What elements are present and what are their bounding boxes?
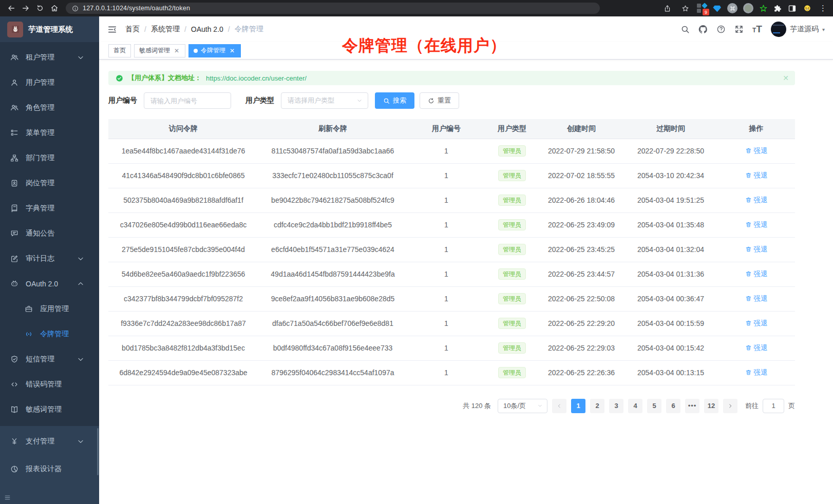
- sidebar-item-dept-management[interactable]: 部门管理: [0, 145, 99, 170]
- trash-icon: [745, 320, 752, 326]
- caret-down-icon: ▾: [822, 27, 825, 32]
- header-search-icon[interactable]: [680, 25, 690, 34]
- reset-button[interactable]: 重置: [420, 92, 459, 109]
- sidebar-item-tenant-management[interactable]: 租户管理: [0, 45, 99, 70]
- app-logo[interactable]: 芋道管理系统: [0, 16, 99, 42]
- tab-token[interactable]: 令牌管理✕: [188, 44, 241, 57]
- page-button-6[interactable]: 6: [666, 399, 680, 413]
- command-extension-icon[interactable]: [727, 3, 737, 13]
- sidebar-item-role-management[interactable]: 角色管理: [0, 95, 99, 120]
- user-id-input[interactable]: [144, 92, 231, 109]
- browser-reload-icon[interactable]: [34, 2, 46, 14]
- cell-created-time: 2022-06-25 22:29:20: [539, 311, 624, 336]
- next-page-button[interactable]: [723, 399, 737, 413]
- sidebar-collapse-icon[interactable]: [4, 494, 11, 501]
- sidebar-item-user-management[interactable]: 用户管理: [0, 70, 99, 95]
- breadcrumb-item-1[interactable]: 首页: [125, 25, 140, 34]
- browser-menu-icon[interactable]: ⋮: [818, 4, 828, 13]
- url-bar[interactable]: 127.0.0.1:1024/system/oauth2/token: [66, 3, 600, 14]
- browser-chrome: 127.0.0.1:1024/system/oauth2/token 9 ⋮: [0, 0, 833, 16]
- search-button[interactable]: 搜索: [375, 92, 414, 109]
- page-size-value: 10条/页: [503, 401, 526, 411]
- gem-extension-icon[interactable]: [713, 4, 722, 13]
- force-logout-button[interactable]: 强退: [745, 245, 768, 254]
- breadcrumb-item-2[interactable]: 系统管理: [151, 25, 180, 34]
- force-logout-button[interactable]: 强退: [745, 294, 768, 303]
- goto-page-input[interactable]: [763, 399, 784, 413]
- sidebar-item-payment-management[interactable]: 支付管理: [0, 428, 99, 455]
- sidebar-item-audit-log[interactable]: 审计日志: [0, 246, 99, 271]
- browser-home-icon[interactable]: [48, 2, 61, 14]
- sidebar-item-app-management[interactable]: 应用管理: [0, 296, 99, 321]
- token-table: 访问令牌刷新令牌用户编号用户类型创建时间过期时间操作 1ea5e44f8bc14…: [108, 119, 795, 385]
- sidebar-item-label: 支付管理: [26, 437, 77, 446]
- force-logout-button[interactable]: 强退: [745, 196, 768, 205]
- bookmark-star-icon[interactable]: [679, 2, 691, 14]
- sidebar-item-dict-management[interactable]: 字典管理: [0, 196, 99, 221]
- pagination-total: 共 120 条: [463, 401, 491, 411]
- page-size-select[interactable]: 10条/页: [498, 399, 547, 413]
- alert-doc-link[interactable]: https://doc.iocoder.cn/user-center/: [206, 74, 307, 82]
- cell-access-token: c342377bf8b344799dcbf7bf095287f2: [108, 286, 258, 311]
- sidebar-item-sensitive-word-management[interactable]: 敏感词管理: [0, 397, 99, 422]
- force-logout-button[interactable]: 强退: [745, 343, 768, 353]
- page-button-3[interactable]: 3: [609, 399, 623, 413]
- tab-label: 敏感词管理: [139, 46, 170, 55]
- alert-close-icon[interactable]: ✕: [783, 74, 789, 82]
- star-extension-icon[interactable]: [759, 4, 768, 13]
- font-size-icon[interactable]: TT: [752, 25, 762, 33]
- page-button-1[interactable]: 1: [571, 399, 585, 413]
- id-badge-icon: [10, 179, 18, 187]
- tab-close-icon[interactable]: ✕: [229, 47, 236, 54]
- force-logout-button[interactable]: 强退: [745, 368, 768, 377]
- force-logout-button[interactable]: 强退: [745, 220, 768, 229]
- page-button-4[interactable]: 4: [628, 399, 642, 413]
- prev-page-button[interactable]: [552, 399, 566, 413]
- sidebar-item-label: 报表设计器: [26, 464, 92, 474]
- cell-created-time: 2022-06-25 22:50:08: [539, 286, 624, 311]
- user-type-select[interactable]: 请选择用户类型: [281, 92, 368, 109]
- filter-form: 用户编号 用户类型 请选择用户类型 搜索: [108, 92, 795, 109]
- page-ellipsis[interactable]: •••: [685, 399, 699, 413]
- side-panel-icon[interactable]: [788, 4, 797, 13]
- page-button-12[interactable]: 12: [704, 399, 718, 413]
- force-logout-button[interactable]: 强退: [745, 171, 768, 180]
- recorder-extension-icon[interactable]: [743, 3, 753, 13]
- breadcrumb-item-3[interactable]: OAuth 2.0: [191, 25, 223, 33]
- sidebar-scrollbar[interactable]: [97, 428, 99, 475]
- force-logout-label: 强退: [754, 196, 768, 205]
- tab-home[interactable]: 首页: [108, 44, 131, 57]
- sidebar-item-sms-management[interactable]: 短信管理: [0, 346, 99, 372]
- trash-icon: [745, 197, 752, 203]
- user-dropdown[interactable]: 芋道源码 ▾: [771, 22, 825, 37]
- page-button-2[interactable]: 2: [590, 399, 604, 413]
- puzzle-extension-icon[interactable]: [773, 4, 782, 13]
- browser-forward-icon[interactable]: [20, 2, 32, 14]
- github-icon[interactable]: [698, 25, 708, 34]
- tab-label: 首页: [113, 46, 126, 55]
- help-icon[interactable]: [716, 25, 726, 34]
- force-logout-button[interactable]: 强退: [745, 319, 768, 328]
- cell-user-id: 1: [407, 360, 485, 385]
- browser-back-icon[interactable]: [5, 2, 17, 14]
- sidebar-item-report-designer[interactable]: 报表设计器: [0, 455, 99, 483]
- extension-grid-icon[interactable]: 9: [697, 3, 707, 13]
- sidebar-item-post-management[interactable]: 岗位管理: [0, 170, 99, 196]
- tab-sensitive-word[interactable]: 敏感词管理✕: [134, 44, 185, 57]
- tab-close-icon[interactable]: ✕: [173, 47, 180, 54]
- sidebar-item-menu-management[interactable]: 菜单管理: [0, 120, 99, 145]
- sidebar-item-label: 用户管理: [26, 78, 92, 87]
- hamburger-icon[interactable]: [107, 25, 117, 34]
- tab-label: 令牌管理: [201, 46, 225, 55]
- force-logout-button[interactable]: 强退: [745, 269, 768, 279]
- page-button-5[interactable]: 5: [647, 399, 661, 413]
- sidebar-item-oauth2[interactable]: OAuth 2.0: [0, 271, 99, 296]
- force-logout-button[interactable]: 强退: [745, 146, 768, 156]
- fullscreen-icon[interactable]: [734, 25, 744, 34]
- sidebar-item-notice-announcement[interactable]: 通知公告: [0, 221, 99, 246]
- share-icon[interactable]: [661, 2, 673, 14]
- sidebar-item-error-code-management[interactable]: 错误码管理: [0, 372, 99, 397]
- site-info-icon[interactable]: [72, 5, 79, 12]
- profile-avatar-icon[interactable]: [802, 3, 812, 13]
- sidebar-item-token-management[interactable]: 令牌管理: [0, 321, 99, 346]
